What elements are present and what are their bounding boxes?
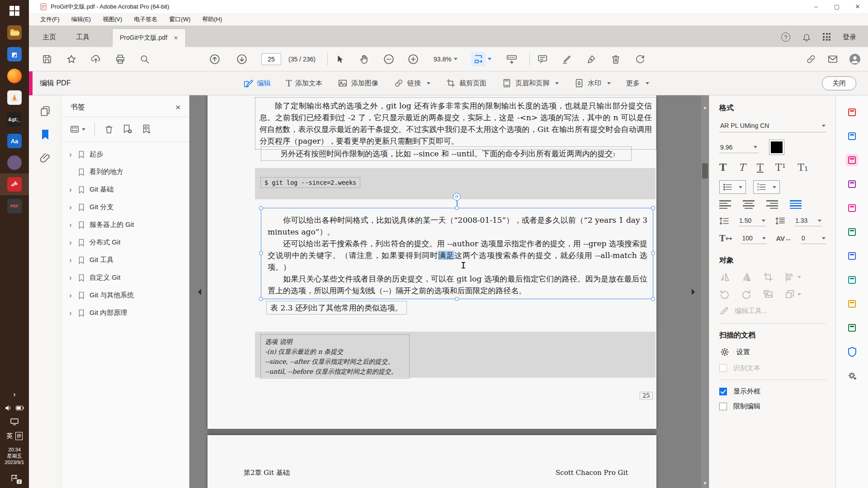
fit-width-button[interactable] (471, 52, 486, 66)
menu-window[interactable]: 窗口(W) (163, 13, 196, 26)
paragraph-spacing-select[interactable]: 1.33 (794, 215, 822, 226)
add-bookmark-icon[interactable] (122, 124, 133, 134)
taskbar-clock[interactable]: 20:34 星期五 2023/9/1 (5, 446, 24, 465)
expand-chevron-icon[interactable]: › (68, 186, 73, 194)
save-button[interactable] (39, 51, 55, 67)
rotate-cw-icon[interactable] (741, 289, 752, 300)
horizontal-scale-select[interactable]: 100 (741, 233, 767, 244)
attachments-icon[interactable] (39, 152, 51, 164)
selection-handle-ne[interactable] (651, 206, 655, 210)
zoom-caret-icon[interactable] (454, 58, 458, 62)
expand-chevron-icon[interactable]: › (68, 256, 73, 264)
export-pdf-tool-icon[interactable] (846, 106, 858, 118)
menu-help[interactable]: 帮助(H) (196, 13, 228, 26)
rotate-ccw-icon[interactable] (719, 289, 730, 300)
hand-tool-button[interactable] (356, 51, 372, 67)
toolbar-options-button[interactable] (503, 51, 520, 68)
font-family-select[interactable]: AR PL UMing CN (719, 119, 826, 132)
tool-add-text[interactable]: T 添加文本 (286, 78, 322, 88)
taskbar-item-vlc[interactable] (0, 87, 29, 108)
selection-handle-n[interactable] (455, 206, 459, 210)
selection-handle-s[interactable] (455, 297, 459, 301)
taskbar-item-acrobat-active[interactable] (0, 174, 29, 195)
replace-image-icon[interactable] (763, 289, 774, 300)
expand-right-panel-icon[interactable] (692, 289, 698, 295)
align-objects-button[interactable] (784, 272, 801, 282)
numbered-list-button[interactable] (753, 180, 780, 194)
search-button[interactable] (137, 51, 153, 67)
restrict-editing-checkbox[interactable] (719, 403, 727, 410)
align-left-button[interactable] (719, 200, 731, 209)
sign-in-button[interactable]: 登录 (843, 33, 856, 42)
scroll-up-icon[interactable]: ▲ (701, 103, 709, 111)
redo-button[interactable] (632, 51, 648, 67)
start-button[interactable] (0, 0, 29, 22)
scan-settings-link[interactable]: 设置 (736, 348, 750, 357)
align-right-button[interactable] (766, 200, 778, 209)
minimize-button[interactable]: – (806, 0, 826, 13)
zoom-in-button[interactable] (405, 51, 422, 68)
tool-add-image[interactable]: 添加图像 (338, 78, 378, 88)
taskbar-item-gimp[interactable] (0, 152, 29, 174)
fit-width-caret-icon[interactable] (488, 58, 491, 62)
ime-indicator[interactable]: 英 拼 (0, 428, 29, 444)
taskbar-item-file-explorer[interactable] (0, 22, 29, 43)
bullet-list-button[interactable] (719, 180, 746, 194)
align-center-button[interactable] (743, 200, 755, 209)
bookmark-item[interactable]: ›Git 内部原理 (61, 304, 189, 322)
taskbar-status-icons[interactable] (0, 401, 29, 415)
selection-handle-w[interactable] (259, 251, 263, 255)
highlight-tool-button[interactable] (559, 51, 575, 67)
edit-tools-link[interactable]: 编辑工具... (735, 307, 768, 315)
menu-edit[interactable]: 编辑(E) (66, 13, 97, 26)
mail-icon[interactable] (827, 54, 838, 65)
tool-header-footer[interactable]: 页眉和页脚 (502, 78, 559, 88)
arrange-objects-button[interactable] (784, 289, 801, 300)
taskbar-item-pdf-doc[interactable]: PDF (0, 195, 29, 217)
italic-button[interactable]: T (738, 162, 745, 173)
line-spacing-select[interactable]: 1.50 (738, 215, 766, 226)
compress-pdf-tool-icon[interactable] (846, 274, 858, 286)
menu-view[interactable]: 视图(V) (97, 13, 128, 26)
font-color-swatch[interactable] (769, 140, 784, 155)
bell-icon[interactable] (802, 33, 811, 42)
delete-tool-button[interactable] (608, 51, 624, 67)
selection-handle-e[interactable] (651, 251, 655, 255)
show-outline-checkbox[interactable] (719, 388, 727, 395)
menu-file[interactable]: 文件(F) (34, 13, 66, 26)
taskbar-display-settings[interactable] (0, 415, 29, 428)
tool-more[interactable]: 更多 (626, 79, 649, 88)
crop-object-icon[interactable] (763, 272, 774, 282)
document-viewport[interactable]: 除了定制输出格式的选项之外，git log 还有许多非常实用的限制输出长度的选项… (189, 95, 709, 488)
tool-watermark[interactable]: 水印 (574, 78, 611, 88)
close-button[interactable]: ✕ (847, 0, 868, 13)
selection-handle-nw[interactable] (259, 206, 263, 210)
page-number-input[interactable]: 25 (261, 53, 281, 65)
share-link-icon[interactable] (806, 54, 816, 65)
tab-tools[interactable]: 工具 (66, 28, 99, 47)
subscript-button[interactable]: T₁ (797, 162, 808, 173)
superscript-button[interactable]: T¹ (775, 162, 786, 173)
share-button[interactable] (88, 51, 104, 67)
expand-chevron-icon[interactable]: › (68, 221, 73, 229)
bookmark-item[interactable]: ›Git 分支 (61, 198, 189, 216)
avatar-icon[interactable] (849, 53, 861, 65)
bookmark-item[interactable]: ›Git 工具 (61, 251, 189, 269)
char-spacing-select[interactable]: 0 (801, 233, 826, 244)
notification-center[interactable]: 2 (0, 468, 29, 488)
close-tab-icon[interactable]: ✕ (174, 35, 178, 41)
print-button[interactable] (112, 51, 128, 67)
delete-bookmark-icon[interactable] (104, 124, 114, 134)
protect-tool-icon[interactable] (846, 346, 858, 358)
stamp-tool-icon[interactable] (846, 322, 858, 334)
selection-handle-sw[interactable] (259, 297, 263, 301)
underline-button[interactable]: T (757, 162, 764, 173)
document-scrollbar[interactable]: ▲ ▼ (701, 95, 709, 488)
bookmark-item[interactable]: ›Git 与其他系统 (61, 286, 189, 304)
maximize-button[interactable]: ▢ (826, 0, 847, 13)
bookmark-item[interactable]: 看到的地方 (61, 163, 189, 181)
selection-handle-se[interactable] (651, 297, 655, 301)
page-thumbnails-icon[interactable] (39, 105, 51, 117)
find-bookmark-icon[interactable] (141, 124, 152, 134)
previous-page-button[interactable] (206, 51, 223, 68)
